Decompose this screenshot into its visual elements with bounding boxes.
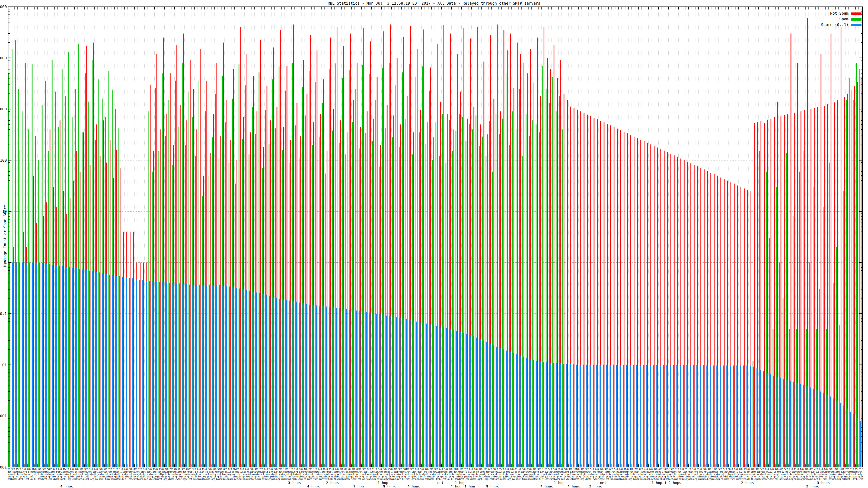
bar-score-0-1	[82, 269, 83, 467]
bar-score-0-1	[119, 276, 120, 467]
legend-label: Score (0..1)	[821, 23, 848, 27]
bar-score-0-1	[623, 365, 624, 467]
bar-score-0-1	[416, 322, 417, 467]
bar-score-0-1	[52, 265, 54, 467]
bar-score-0-1	[790, 381, 791, 467]
bar-score-0-1	[576, 365, 577, 467]
bar-score-0-1	[696, 365, 698, 467]
bar-score-0-1	[536, 361, 537, 467]
bar-score-0-1	[710, 365, 711, 467]
bar-score-0-1	[360, 311, 361, 467]
bar-score-0-1	[326, 306, 327, 467]
bar-score-0-1	[499, 348, 500, 467]
bar-score-0-1	[122, 277, 123, 467]
bar-score-0-1	[212, 285, 214, 467]
bar-score-0-1	[49, 264, 50, 467]
chart-svg: 1000001000010001001010.10.010.0010.0001N…	[0, 0, 868, 488]
bar-score-0-1	[369, 313, 370, 467]
bar-score-0-1	[219, 285, 220, 467]
bar-score-0-1	[446, 328, 447, 467]
bar-score-0-1	[610, 365, 611, 467]
bar-score-0-1	[135, 279, 137, 467]
x-label-hops: 3 hops	[589, 485, 602, 487]
bar-score-0-1	[159, 282, 160, 467]
bar-score-0-1	[289, 301, 290, 467]
bar-score-0-1	[700, 365, 701, 467]
bar-score-0-1	[246, 290, 247, 467]
bar-score-0-1	[629, 365, 631, 467]
bar-score-0-1	[680, 365, 681, 467]
bar-score-0-1	[16, 262, 17, 467]
bar-score-0-1	[206, 285, 207, 467]
bar-not-spam	[858, 82, 858, 467]
bar-score-0-1	[783, 379, 784, 467]
bar-score-0-1	[146, 281, 147, 467]
legend-swatch	[850, 24, 862, 26]
bar-score-0-1	[69, 267, 70, 467]
bar-score-0-1	[683, 365, 684, 467]
x-label-hops: 1 hop	[464, 485, 475, 487]
bar-spam	[853, 100, 854, 467]
x-label-hops: 1 hop	[353, 485, 364, 487]
bar-score-0-1	[503, 350, 504, 467]
bar-score-0-1	[129, 278, 130, 467]
bar-score-0-1	[463, 333, 464, 467]
bar-score-0-1	[186, 284, 187, 467]
bar-score-0-1	[396, 317, 397, 467]
bar-score-0-1	[319, 306, 320, 467]
bar-score-0-1	[613, 365, 614, 467]
bar-score-0-1	[420, 322, 421, 467]
bar-score-0-1	[229, 287, 230, 467]
x-label-hops: 4 hops	[60, 485, 73, 487]
bar-score-0-1	[850, 412, 851, 467]
bar-score-0-1	[292, 301, 293, 467]
bar-score-0-1	[476, 337, 477, 467]
bar-score-0-1	[780, 378, 781, 467]
x-label-garble-line: bokbpsbl.dnsbl.net.au bl.deadbeef.com dn…	[8, 478, 863, 480]
bar-score-0-1	[539, 361, 540, 467]
bar-score-0-1	[76, 268, 77, 467]
bar-score-0-1	[89, 271, 90, 467]
bar-score-0-1	[770, 375, 771, 467]
bar-score-0-1	[179, 283, 180, 467]
bar-score-0-1	[349, 310, 350, 467]
bar-score-0-1	[450, 329, 451, 467]
bar-score-0-1	[259, 293, 260, 467]
chart-title: RBL Statistics - Mon Jul 3 12:58:19 EDT …	[0, 1, 868, 5]
bar-score-0-1	[376, 314, 377, 467]
bar-score-0-1	[703, 365, 704, 467]
bar-score-0-1	[509, 352, 510, 467]
x-axis-labels: (0.3(0.05(0.3(0.9(0.11(0.5(0.5(0.50(0.0(…	[8, 468, 863, 487]
bar-score-0-1	[343, 309, 344, 467]
bar-score-0-1	[86, 270, 87, 467]
bar-not-spam	[841, 27, 841, 467]
bar-score-0-1	[686, 365, 687, 467]
bar-score-0-1	[750, 366, 751, 467]
bar-score-0-1	[737, 365, 738, 467]
bar-score-0-1	[726, 365, 727, 467]
bar-score-0-1	[316, 305, 317, 467]
bar-score-0-1	[690, 365, 691, 467]
x-label-hops: 5 hops	[486, 485, 499, 487]
bar-score-0-1	[460, 332, 461, 467]
bar-score-0-1	[543, 362, 544, 467]
bar-score-0-1	[389, 316, 390, 467]
bar-score-0-1	[583, 365, 584, 467]
bar-score-0-1	[453, 330, 454, 467]
bar-score-0-1	[112, 275, 113, 467]
bar-score-0-1	[436, 326, 437, 467]
bar-score-0-1	[533, 360, 534, 467]
x-label-hops: net	[600, 481, 606, 485]
bar-score-0-1	[486, 342, 487, 467]
x-label-hops: 1 hop	[554, 481, 564, 485]
bar-score-0-1	[62, 266, 63, 467]
bar-score-0-1	[496, 347, 497, 467]
bar-score-0-1	[516, 354, 517, 467]
bar-score-0-1	[760, 370, 761, 467]
bar-score-0-1	[143, 280, 144, 467]
bar-score-0-1	[199, 285, 200, 467]
x-label-hops: 4 hops	[307, 485, 320, 487]
bar-score-0-1	[173, 283, 174, 467]
bar-score-0-1	[22, 262, 23, 467]
bar-score-0-1	[393, 316, 394, 467]
